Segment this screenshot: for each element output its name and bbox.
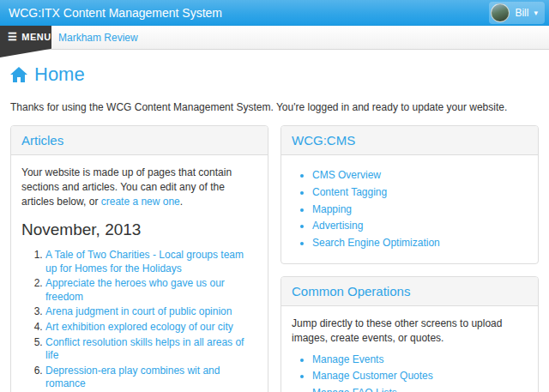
user-name: Bill [515, 7, 528, 19]
article-item: A Tale of Two Charities - Local groups t… [45, 249, 257, 275]
create-new-article-link[interactable]: create a new one [101, 196, 180, 208]
article-list: A Tale of Two Charities - Local groups t… [21, 249, 257, 392]
top-navbar: WCG:ITX Content Management System Bill ▾ [0, 0, 549, 26]
home-icon [10, 67, 27, 82]
breadcrumb-link[interactable]: Markham Review [58, 32, 138, 44]
operation-link-item-link[interactable]: Manage Customer Quotes [312, 370, 433, 382]
page-title: Home [0, 50, 549, 89]
operation-link-item: Manage Customer Quotes [312, 369, 528, 383]
article-item: Depression-era play combines wit and rom… [45, 365, 257, 391]
right-column: WCG:CMS CMS OverviewContent TaggingMappi… [281, 125, 539, 392]
cms-link-item: Mapping [312, 202, 528, 217]
content-columns: Articles Your website is made up of page… [0, 113, 549, 392]
operation-link-item-link[interactable]: Manage Events [312, 353, 383, 365]
cms-link-item: CMS Overview [312, 168, 528, 183]
cms-link-item: Content Tagging [312, 185, 528, 200]
article-item-link[interactable]: A Tale of Two Charities - Local groups t… [45, 249, 244, 274]
article-item-link[interactable]: Conflict resolution skills helps in all … [45, 336, 244, 362]
operation-link-item-link[interactable]: Manage FAQ Lists [312, 387, 397, 392]
articles-intro-suffix: . [180, 196, 183, 208]
articles-intro: Your website is made up of pages that co… [21, 166, 257, 208]
avatar [491, 3, 510, 22]
cms-link-item-link[interactable]: Mapping [312, 203, 352, 215]
cms-link-item-link[interactable]: Content Tagging [312, 186, 387, 198]
hamburger-icon: ☰ [8, 32, 17, 42]
cms-link-item-link[interactable]: Advertising [312, 220, 363, 232]
common-operations-link-list: Manage EventsManage Customer QuotesManag… [292, 353, 528, 392]
article-item-link[interactable]: Appreciate the heroes who gave us our fr… [45, 277, 225, 303]
operation-link-item: Manage FAQ Lists [312, 386, 528, 392]
wcg-cms-panel: WCG:CMS CMS OverviewContent TaggingMappi… [281, 125, 539, 264]
cms-link-item-link[interactable]: CMS Overview [312, 169, 381, 181]
common-operations-panel: Common Operations Jump directly to these… [281, 276, 539, 392]
common-operations-panel-body: Jump directly to these other screens to … [281, 306, 538, 392]
articles-panel-header: Articles [11, 126, 268, 155]
cms-link-item-link[interactable]: Search Engine Optimization [312, 237, 440, 249]
articles-panel: Articles Your website is made up of page… [10, 125, 268, 392]
article-item-link[interactable]: Depression-era play combines wit and rom… [45, 365, 220, 390]
cms-link-item: Advertising [312, 219, 528, 233]
welcome-text: Thanks for using the WCG Content Managem… [0, 89, 549, 113]
user-menu-button[interactable]: Bill ▾ [489, 2, 545, 24]
article-item: Appreciate the heroes who gave us our fr… [45, 277, 257, 304]
article-item-link[interactable]: Art exhibition explored ecology of our c… [45, 321, 233, 333]
common-operations-intro: Jump directly to these other screens to … [292, 317, 528, 346]
cms-link-item: Search Engine Optimization [312, 236, 528, 250]
breadcrumb: Markham Review [58, 26, 138, 50]
wcg-cms-panel-body: CMS OverviewContent TaggingMappingAdvert… [281, 155, 538, 263]
article-item: Arena judgment in court of public opinio… [45, 305, 257, 319]
page-title-text: Home [34, 63, 85, 86]
menu-bar: ☰ MENU Markham Review [0, 26, 549, 50]
article-item-link[interactable]: Arena judgment in court of public opinio… [45, 305, 232, 317]
operation-link-item: Manage Events [312, 353, 528, 367]
wcg-cms-panel-header: WCG:CMS [281, 126, 538, 155]
article-item: Conflict resolution skills helps in all … [45, 336, 257, 363]
article-item: Art exhibition explored ecology of our c… [45, 321, 257, 335]
wcg-cms-link-list: CMS OverviewContent TaggingMappingAdvert… [292, 168, 528, 250]
menu-label: MENU [21, 32, 51, 42]
common-operations-panel-header: Common Operations [281, 277, 538, 306]
articles-panel-body: Your website is made up of pages that co… [11, 155, 268, 392]
left-column: Articles Your website is made up of page… [10, 125, 268, 392]
chevron-down-icon: ▾ [534, 9, 538, 17]
app-title[interactable]: WCG:ITX Content Management System [9, 6, 222, 20]
month-heading: November, 2013 [21, 219, 257, 242]
